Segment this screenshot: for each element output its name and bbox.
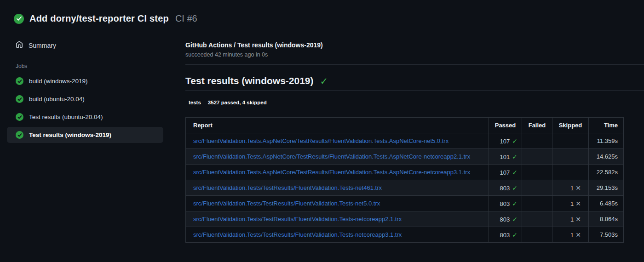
passed-check-icon: ✓	[512, 216, 518, 223]
passed-count: 107	[500, 169, 510, 176]
failed-cell	[522, 227, 552, 243]
passed-count: 803	[500, 216, 510, 223]
skipped-cross-icon: ✕	[575, 184, 581, 192]
time-cell: 6.485s	[589, 196, 624, 211]
time-cell: 7.503s	[589, 227, 624, 243]
report-link[interactable]: src/FluentValidation.Tests.AspNetCore/Te…	[193, 137, 448, 144]
sidebar: Summary Jobs build (windows-2019)build (…	[0, 29, 172, 145]
skipped-count: 1	[570, 185, 574, 192]
check-run-title: GitHub Actions / Test results (windows-2…	[185, 41, 644, 49]
run-success-check-icon	[14, 14, 24, 24]
run-number: CI #6	[175, 13, 197, 24]
report-cell: src/FluentValidation.Tests/TestResults/F…	[186, 227, 489, 243]
divider	[185, 90, 644, 91]
report-cell: src/FluentValidation.Tests/TestResults/F…	[186, 180, 489, 196]
time-cell: 29.153s	[589, 180, 624, 196]
run-header: Add dorny/test-reporter CI step CI #6	[0, 0, 644, 29]
failed-cell	[522, 149, 552, 165]
column-header-report: Report	[186, 118, 489, 133]
passed-cell: 803✓	[489, 211, 522, 227]
report-cell: src/FluentValidation.Tests.AspNetCore/Te…	[186, 133, 489, 149]
table-row: src/FluentValidation.Tests/TestResults/F…	[186, 227, 624, 243]
table-row: src/FluentValidation.Tests/TestResults/F…	[186, 196, 624, 211]
job-label: Test results (ubuntu-20.04)	[29, 114, 103, 120]
sidebar-job-item[interactable]: Test results (ubuntu-20.04)	[7, 109, 163, 125]
job-label: build (windows-2019)	[29, 78, 88, 85]
failed-cell	[522, 196, 552, 211]
tests-badge-value: 3527 passed, 4 skipped	[204, 98, 270, 107]
report-link[interactable]: src/FluentValidation.Tests/TestResults/F…	[193, 216, 402, 222]
table-row: src/FluentValidation.Tests.AspNetCore/Te…	[186, 165, 624, 180]
failed-cell	[522, 133, 552, 149]
time-cell: 14.625s	[589, 149, 624, 165]
sidebar-job-item[interactable]: build (windows-2019)	[7, 73, 163, 89]
passed-cell: 107✓	[489, 165, 522, 180]
report-link[interactable]: src/FluentValidation.Tests.AspNetCore/Te…	[193, 169, 470, 176]
passed-count: 803	[500, 185, 510, 192]
passed-count: 101	[500, 154, 510, 160]
time-cell: 11.359s	[589, 133, 624, 149]
summary-label: Summary	[29, 42, 56, 49]
table-header-row: Report Passed Failed Skipped Time	[186, 118, 624, 133]
skipped-count: 1	[570, 232, 574, 239]
section-success-check-icon: ✓	[320, 76, 328, 86]
skipped-cell: 1✕	[552, 196, 589, 211]
job-label: build (ubuntu-20.04)	[29, 96, 85, 103]
passed-cell: 803✓	[489, 180, 522, 196]
skipped-cell	[552, 149, 589, 165]
skipped-cell: 1✕	[552, 180, 589, 196]
passed-count: 803	[500, 200, 510, 207]
job-success-check-icon	[16, 77, 23, 85]
home-icon	[16, 41, 23, 50]
table-row: src/FluentValidation.Tests.AspNetCore/Te…	[186, 149, 624, 165]
column-header-failed: Failed	[522, 118, 552, 133]
column-header-skipped: Skipped	[552, 118, 589, 133]
skipped-cell	[552, 133, 589, 149]
job-list: build (windows-2019)build (ubuntu-20.04)…	[7, 73, 163, 145]
table-row: src/FluentValidation.Tests.AspNetCore/Te…	[186, 133, 624, 149]
report-link[interactable]: src/FluentValidation.Tests.AspNetCore/Te…	[193, 153, 470, 160]
skipped-cell	[552, 165, 589, 180]
sidebar-job-item[interactable]: build (ubuntu-20.04)	[7, 91, 163, 107]
tests-badge-label: tests	[185, 98, 204, 107]
skipped-cell: 1✕	[552, 211, 589, 227]
report-link[interactable]: src/FluentValidation.Tests/TestResults/F…	[193, 200, 380, 207]
report-link[interactable]: src/FluentValidation.Tests/TestResults/F…	[193, 184, 382, 191]
failed-cell	[522, 180, 552, 196]
passed-count: 107	[500, 138, 510, 145]
passed-check-icon: ✓	[512, 137, 518, 145]
report-link[interactable]: src/FluentValidation.Tests/TestResults/F…	[193, 231, 402, 238]
skipped-cell: 1✕	[552, 227, 589, 243]
column-header-time: Time	[589, 118, 624, 133]
main-content: GitHub Actions / Test results (windows-2…	[172, 29, 644, 243]
run-title: Add dorny/test-reporter CI step	[29, 13, 169, 24]
job-label: Test results (windows-2019)	[29, 131, 111, 138]
report-cell: src/FluentValidation.Tests.AspNetCore/Te…	[186, 165, 489, 180]
report-cell: src/FluentValidation.Tests/TestResults/F…	[186, 211, 489, 227]
workflow-run-page: Add dorny/test-reporter CI step CI #6 Su…	[0, 0, 644, 262]
test-results-table: Report Passed Failed Skipped Time src/Fl…	[185, 117, 624, 243]
job-success-check-icon	[16, 95, 23, 103]
job-success-check-icon	[16, 131, 23, 139]
failed-cell	[522, 211, 552, 227]
passed-count: 803	[500, 232, 510, 239]
time-cell: 22.582s	[589, 165, 624, 180]
passed-check-icon: ✓	[512, 231, 518, 239]
column-header-passed: Passed	[489, 118, 522, 133]
passed-cell: 107✓	[489, 133, 522, 149]
time-cell: 8.864s	[589, 211, 624, 227]
skipped-cross-icon: ✕	[575, 231, 581, 239]
sidebar-item-summary[interactable]: Summary	[7, 37, 163, 54]
divider	[185, 64, 644, 65]
tests-badge: tests 3527 passed, 4 skipped	[185, 98, 270, 107]
passed-check-icon: ✓	[512, 200, 518, 207]
skipped-cross-icon: ✕	[575, 200, 581, 207]
sidebar-job-item[interactable]: Test results (windows-2019)	[7, 127, 163, 143]
passed-check-icon: ✓	[512, 184, 518, 192]
passed-check-icon: ✓	[512, 169, 518, 176]
passed-cell: 101✓	[489, 149, 522, 165]
passed-check-icon: ✓	[512, 153, 518, 160]
report-cell: src/FluentValidation.Tests/TestResults/F…	[186, 196, 489, 211]
failed-cell	[522, 165, 552, 180]
table-row: src/FluentValidation.Tests/TestResults/F…	[186, 211, 624, 227]
